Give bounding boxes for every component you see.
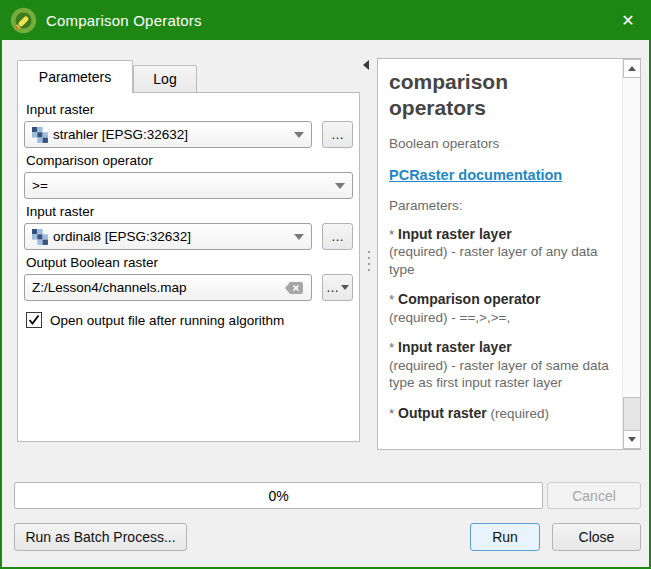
raster-layer-icon	[32, 127, 48, 143]
help-title: comparison operators	[389, 69, 539, 122]
output-path-field	[24, 274, 312, 301]
help-panel: comparison operators Boolean operators P…	[377, 58, 641, 450]
help-item: * Input raster layer (required) - raster…	[389, 226, 614, 278]
input-raster-1-value: strahler [EPSG:32632]	[53, 127, 288, 142]
splitter-handle[interactable]	[368, 251, 370, 271]
splitter-collapse-icon[interactable]	[363, 60, 369, 70]
chevron-down-icon	[335, 183, 345, 189]
cancel-button[interactable]: Cancel	[547, 482, 641, 509]
triangle-up-icon	[628, 66, 636, 71]
pcraster-documentation-link[interactable]: PCRaster documentation	[389, 167, 562, 183]
qgis-logo-icon	[10, 7, 37, 34]
input-raster-2-value: ordinal8 [EPSG:32632]	[53, 229, 288, 244]
comparison-operator-select[interactable]: >=	[24, 172, 353, 199]
output-path-input[interactable]	[32, 280, 284, 295]
tab-parameters[interactable]: Parameters	[17, 60, 133, 93]
window-title: Comparison Operators	[46, 12, 202, 29]
input-raster-1-label: Input raster	[26, 102, 351, 117]
comparison-operator-value: >=	[32, 178, 329, 193]
comparison-operator-label: Comparison operator	[26, 153, 351, 168]
chevron-down-icon	[294, 234, 304, 240]
input-raster-2-select[interactable]: ordinal8 [EPSG:32632]	[24, 223, 312, 250]
help-scrollbar[interactable]	[622, 59, 640, 449]
check-icon	[28, 314, 40, 326]
scroll-down-button[interactable]	[623, 430, 641, 449]
progress-label: 0%	[268, 488, 288, 504]
help-item: * Input raster layer (required) - raster…	[389, 339, 614, 391]
help-subtitle: Boolean operators	[389, 136, 614, 151]
close-button[interactable]: ✕	[605, 0, 651, 40]
chevron-down-icon	[294, 132, 304, 138]
help-parameters-heading: Parameters:	[389, 198, 614, 213]
help-content: comparison operators Boolean operators P…	[378, 59, 622, 449]
close-icon: ✕	[621, 11, 634, 30]
open-output-checkbox-label: Open output file after running algorithm	[50, 313, 284, 328]
input-raster-2-browse-button[interactable]: …	[322, 223, 353, 250]
open-output-checkbox[interactable]	[26, 312, 42, 328]
scroll-up-button[interactable]	[623, 59, 641, 78]
open-output-checkbox-row[interactable]: Open output file after running algorithm	[26, 312, 351, 328]
tab-log[interactable]: Log	[133, 65, 197, 93]
close-dialog-button[interactable]: Close	[552, 523, 641, 551]
scrollbar-thumb[interactable]	[623, 397, 641, 431]
input-raster-2-label: Input raster	[26, 204, 351, 219]
run-as-batch-button[interactable]: Run as Batch Process...	[14, 523, 187, 551]
raster-layer-icon	[32, 229, 48, 245]
dialog-window: Comparison Operators ✕ Parameters Log In…	[0, 0, 651, 569]
run-button[interactable]: Run	[470, 523, 540, 551]
chevron-down-icon	[341, 285, 349, 290]
triangle-down-icon	[628, 437, 636, 442]
help-item: * Comparison operator (required) - ==,>,…	[389, 291, 614, 326]
help-item: * Output raster (required)	[389, 405, 614, 423]
parameters-panel: Input raster strahler [EPSG:32632] … Com…	[17, 92, 360, 442]
titlebar: Comparison Operators ✕	[0, 0, 651, 40]
clear-text-icon[interactable]	[284, 281, 304, 295]
output-browse-button[interactable]: …	[322, 274, 353, 301]
input-raster-1-select[interactable]: strahler [EPSG:32632]	[24, 121, 312, 148]
output-raster-label: Output Boolean raster	[26, 255, 351, 270]
input-raster-1-browse-button[interactable]: …	[322, 121, 353, 148]
progress-bar: 0%	[14, 482, 543, 509]
